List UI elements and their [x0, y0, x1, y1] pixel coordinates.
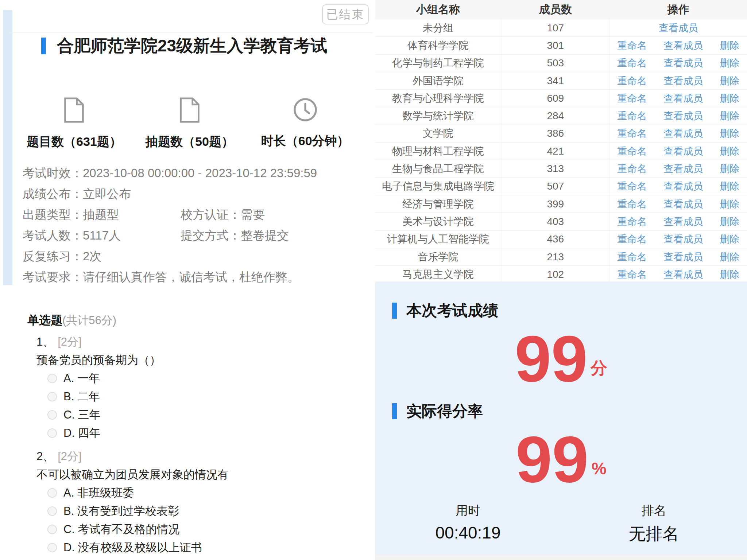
radio-button-icon[interactable]	[47, 392, 57, 401]
radio-button-icon[interactable]	[47, 525, 57, 534]
delete-link[interactable]: 删除	[720, 250, 739, 264]
view-link[interactable]: 查看成员	[663, 233, 703, 246]
detail-field: 提交方式：整卷提交	[181, 228, 289, 244]
action-links: 重命名查看成员删除	[609, 233, 747, 246]
radio-button-icon[interactable]	[47, 488, 57, 498]
view-link[interactable]: 查看成员	[663, 198, 703, 211]
answer-option[interactable]: C. 考试有不及格的情况	[47, 520, 363, 538]
radio-button-icon[interactable]	[47, 543, 57, 552]
delete-link[interactable]: 删除	[720, 268, 739, 281]
rename-link[interactable]: 重命名	[617, 198, 647, 211]
rename-link[interactable]: 重命名	[617, 74, 647, 88]
radio-button-icon[interactable]	[47, 410, 57, 420]
delete-link[interactable]: 删除	[720, 127, 739, 140]
delete-link[interactable]: 删除	[720, 180, 739, 193]
table-row: 电子信息与集成电路学院507重命名查看成员删除	[375, 178, 747, 195]
radio-button-icon[interactable]	[47, 506, 57, 516]
score-footer-value: 00:40:19	[435, 523, 500, 542]
score-footer: 用时00:40:19排名无排名	[375, 502, 747, 545]
bottom-edge-strip	[375, 555, 747, 560]
rename-link[interactable]: 重命名	[617, 233, 647, 246]
rename-link[interactable]: 重命名	[617, 180, 647, 193]
heading-accent-bar	[392, 303, 397, 319]
answer-option[interactable]: B. 二年	[47, 388, 363, 406]
member-count-cell: 213	[502, 248, 609, 265]
view-link[interactable]: 查看成员	[663, 39, 703, 52]
view-link[interactable]: 查看成员	[663, 127, 703, 140]
rename-link[interactable]: 重命名	[617, 127, 647, 140]
delete-link[interactable]: 删除	[720, 215, 739, 228]
rename-link[interactable]: 重命名	[617, 39, 647, 52]
rename-link[interactable]: 重命名	[617, 57, 647, 70]
detail-field: 反复练习：2次	[23, 248, 101, 265]
clock-icon	[293, 97, 318, 122]
rename-link[interactable]: 重命名	[617, 250, 647, 264]
action-links: 重命名查看成员删除	[609, 92, 747, 105]
exam-stat-label: 时长（60分钟）	[261, 133, 349, 149]
delete-link[interactable]: 删除	[720, 162, 739, 175]
answer-option-label: B. 没有受到过学校表彰	[63, 503, 179, 519]
view-link[interactable]: 查看成员	[663, 109, 703, 122]
question-type-score: (共计56分)	[62, 314, 116, 327]
view-link[interactable]: 查看成员	[663, 92, 703, 105]
detail-field: 校方认证：需要	[181, 207, 265, 223]
delete-link[interactable]: 删除	[720, 74, 739, 88]
score-value-row: 99分	[375, 326, 747, 392]
rename-link[interactable]: 重命名	[617, 145, 647, 158]
rename-link[interactable]: 重命名	[617, 215, 647, 228]
group-table: 小组名称成员数操作未分组107查看成员体育科学学院301重命名查看成员删除化学与…	[375, 0, 747, 283]
answer-option[interactable]: A. 一年	[47, 369, 363, 388]
delete-link[interactable]: 删除	[720, 198, 739, 211]
exam-title-row: 合肥师范学院23级新生入学教育考试	[41, 35, 327, 57]
answer-option[interactable]: D. 没有校级及校级以上证书	[47, 538, 363, 557]
action-links: 重命名查看成员删除	[609, 127, 747, 140]
view-link[interactable]: 查看成员	[663, 57, 703, 70]
group-name-cell: 教育与心理科学学院	[375, 90, 502, 107]
table-row: 经济与管理学院399重命名查看成员删除	[375, 195, 747, 213]
action-links: 重命名查看成员删除	[609, 74, 747, 88]
actions-cell: 重命名查看成员删除	[609, 213, 747, 230]
member-count-cell: 386	[502, 125, 609, 142]
detail-field: 考试时效：2023-10-08 00:00:00 - 2023-10-12 23…	[23, 165, 317, 182]
table-row: 美术与设计学院403重命名查看成员删除	[375, 213, 747, 230]
view-link[interactable]: 查看成员	[663, 215, 703, 228]
actions-cell: 重命名查看成员删除	[609, 55, 747, 72]
delete-link[interactable]: 删除	[720, 109, 739, 122]
rename-link[interactable]: 重命名	[617, 109, 647, 122]
view-link[interactable]: 查看成员	[663, 250, 703, 264]
answer-option-label: D. 没有校级及校级以上证书	[63, 540, 202, 555]
delete-link[interactable]: 删除	[720, 39, 739, 52]
view-link[interactable]: 查看成员	[659, 22, 698, 35]
score-value: 99	[515, 427, 588, 492]
question-type-heading: 单选题(共计56分)	[27, 313, 363, 328]
view-link[interactable]: 查看成员	[663, 145, 703, 158]
view-link[interactable]: 查看成员	[663, 162, 703, 175]
radio-button-icon[interactable]	[47, 374, 57, 383]
group-name-cell: 外国语学院	[375, 72, 502, 89]
score-footer-stat: 用时00:40:19	[375, 502, 561, 545]
question-options: A. 非班级班委B. 没有受到过学校表彰C. 考试有不及格的情况D. 没有校级及…	[36, 484, 363, 557]
exam-detail-line: 成绩公布：立即公布	[23, 184, 369, 205]
delete-link[interactable]: 删除	[720, 233, 739, 246]
view-link[interactable]: 查看成员	[663, 180, 703, 193]
rename-link[interactable]: 重命名	[617, 162, 647, 175]
score-unit: %	[592, 460, 607, 477]
action-links: 重命名查看成员删除	[609, 57, 747, 70]
delete-link[interactable]: 删除	[720, 92, 739, 105]
exam-detail-line: 考试人数：5117人提交方式：整卷提交	[23, 225, 369, 246]
rename-link[interactable]: 重命名	[617, 92, 647, 105]
rename-link[interactable]: 重命名	[617, 268, 647, 281]
answer-option[interactable]: B. 没有受到过学校表彰	[47, 502, 363, 520]
answer-option[interactable]: D. 四年	[47, 424, 363, 442]
delete-link[interactable]: 删除	[720, 145, 739, 158]
radio-button-icon[interactable]	[47, 428, 57, 438]
score-footer-stat: 排名无排名	[561, 502, 747, 545]
view-link[interactable]: 查看成员	[663, 74, 703, 88]
answer-option[interactable]: A. 非班级班委	[47, 484, 363, 502]
member-count-cell: 399	[502, 195, 609, 213]
answer-option[interactable]: C. 三年	[47, 406, 363, 424]
detail-field: 考试要求：请仔细认真作答，诚信考试，杜绝作弊。	[23, 269, 299, 285]
actions-cell: 重命名查看成员删除	[609, 90, 747, 107]
view-link[interactable]: 查看成员	[663, 268, 703, 281]
delete-link[interactable]: 删除	[720, 57, 739, 70]
